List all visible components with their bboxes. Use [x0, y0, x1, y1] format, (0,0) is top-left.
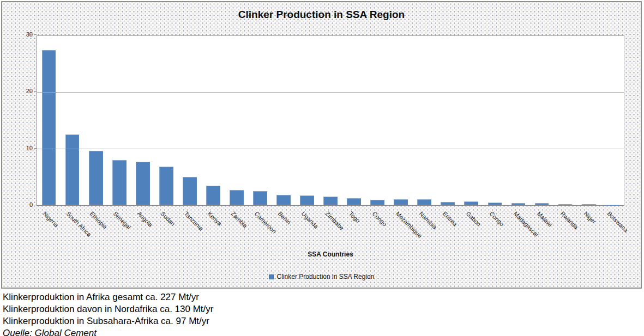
bar-congo [488, 203, 502, 205]
x-label-cameroon: Cameroon [254, 210, 278, 235]
legend-label: Clinker Production in SSA Region [277, 273, 375, 280]
bar-senegal [112, 160, 127, 205]
bar-benin [276, 195, 291, 205]
bar-zimbabe [323, 197, 338, 205]
gridline-10 [37, 149, 624, 149]
bar-slot-cameroon [248, 36, 272, 205]
bar-kenya [206, 186, 220, 205]
x-label-congo: Congo [371, 210, 388, 227]
plot-area [37, 35, 624, 206]
x-label-botswana: Botswana [606, 210, 629, 234]
x-label-namibia: Namibia [418, 210, 438, 230]
footer-line-subsahara: Klinkerproduktion in Subsahara-Afrika ca… [3, 315, 213, 327]
x-label-zimbabe: Zimbabe [324, 210, 345, 231]
bar-sudan [159, 167, 173, 205]
y-tick-label-10: 10 [14, 145, 33, 151]
bar-slot-nigeria [37, 36, 61, 205]
x-label-benin: Benin [277, 210, 292, 225]
x-label-togo: Togo [347, 210, 361, 224]
bar-ethiopia [89, 151, 103, 205]
bar-slot-zambia [225, 36, 248, 205]
x-axis-labels: NigeriaSouth AfricaEthiopiaSenegalAngola… [37, 209, 624, 255]
bar-slot-mozambique [389, 36, 413, 205]
bar-slot-botswana [600, 36, 624, 205]
bar-madagascar [511, 203, 526, 205]
bar-uganda [300, 196, 314, 205]
bar-south-africa [65, 135, 80, 205]
y-tick-mark-20 [34, 91, 37, 91]
bar-zambia [230, 190, 244, 205]
y-tick-label-30: 30 [14, 31, 33, 38]
y-tick-mark-0 [34, 205, 37, 205]
bar-niger [582, 204, 596, 205]
bar-mozambique [394, 199, 408, 205]
bar-slot-madagascar [507, 36, 530, 205]
bar-angola [136, 162, 150, 205]
legend: Clinker Production in SSA Region [2, 273, 641, 280]
bar-slot-niger [577, 36, 600, 205]
bar-slot-benin [272, 36, 295, 205]
bars-container [37, 36, 624, 205]
footer-notes: Klinkerproduktion in Afrika gesamt ca. 2… [3, 291, 213, 336]
footer-source: Quelle: Global Cement [3, 327, 213, 336]
bar-malawi [535, 203, 549, 205]
x-label-gabon: Gabon [465, 210, 483, 228]
bar-slot-congo [483, 36, 507, 205]
bar-congo [370, 200, 384, 205]
bar-slot-eritrea [436, 36, 460, 205]
bar-nigeria [42, 50, 56, 205]
bar-slot-tanzania [178, 36, 201, 205]
bar-slot-namibia [413, 36, 436, 205]
bar-slot-congo [366, 36, 389, 205]
x-label-tanzania: Tanzania [183, 210, 204, 232]
x-label-ethiopia: Ethiopia [89, 210, 109, 230]
chart-title: Clinker Production in SSA Region [2, 9, 641, 21]
x-label-uganda: Uganda [300, 210, 320, 230]
footer-line-total: Klinkerproduktion in Afrika gesamt ca. 2… [3, 291, 213, 303]
y-tick-mark-30 [34, 34, 37, 35]
x-label-sudan: Sudan [159, 210, 176, 227]
legend-swatch-icon [269, 274, 274, 279]
x-label-niger: Niger [582, 210, 597, 225]
bar-slot-malawi [530, 36, 553, 205]
x-label-kenya: Kenya [206, 210, 223, 227]
bar-gabon [464, 201, 478, 205]
bar-cameroon [253, 191, 267, 205]
bar-togo [347, 198, 361, 205]
gridline-20 [37, 92, 624, 93]
x-label-zambia: Zambia [230, 210, 249, 229]
footer-line-north-africa: Klinkerproduktion davon in Nordafrika ca… [3, 303, 213, 315]
bar-tanzania [183, 177, 197, 205]
bar-slot-gabon [460, 36, 483, 205]
x-label-congo: Congo [489, 210, 505, 227]
bar-slot-sudan [154, 36, 178, 205]
bar-rwanda [558, 204, 573, 205]
bar-namibia [417, 199, 431, 205]
y-tick-mark-10 [34, 148, 37, 149]
y-tick-label-0: 0 [14, 201, 33, 208]
x-label-senegal: Senegal [112, 210, 133, 230]
y-tick-label-20: 20 [14, 88, 33, 94]
bar-eritrea [441, 202, 455, 205]
bar-slot-uganda [296, 36, 319, 205]
x-axis-title: SSA Countries [37, 251, 624, 258]
bar-slot-angola [131, 36, 154, 205]
x-label-malawi: Malawi [535, 210, 553, 228]
chart-frame: Clinker Production in SSA Region Product… [1, 1, 642, 289]
x-label-nigeria: Nigeria [42, 210, 60, 228]
bar-slot-senegal [107, 36, 131, 205]
x-label-eritrea: Eritrea [442, 210, 459, 227]
bar-slot-rwanda [553, 36, 577, 205]
bar-slot-kenya [201, 36, 225, 205]
bar-slot-togo [342, 36, 366, 205]
bar-slot-ethiopia [84, 36, 107, 205]
x-label-rwanda: Rwanda [559, 210, 579, 230]
bar-slot-south-africa [61, 36, 84, 205]
x-label-angola: Angola [136, 210, 154, 228]
bar-slot-zimbabe [319, 36, 342, 205]
